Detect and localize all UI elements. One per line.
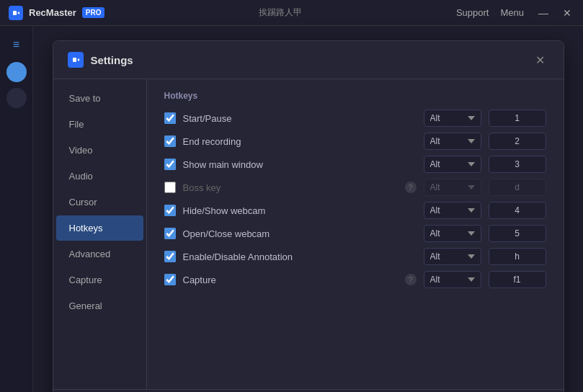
modal-nav: Save to File Video Audio Cursor Hotkeys … <box>53 79 147 389</box>
boss-key-help-icon[interactable]: ? <box>405 182 417 193</box>
show-main-key[interactable] <box>489 156 546 173</box>
sidebar-menu-icon[interactable]: ≡ <box>4 32 30 58</box>
end-recording-checkbox[interactable] <box>164 135 176 147</box>
boss-key-key[interactable] <box>489 179 546 196</box>
modal-footer: Cancel OK <box>53 389 564 392</box>
minimize-button[interactable]: — <box>535 6 551 20</box>
show-main-label: Show main window <box>183 159 417 170</box>
modal-icon <box>68 52 84 68</box>
hide-webcam-checkbox[interactable] <box>164 205 176 216</box>
open-webcam-label: Open/Close webcam <box>183 228 417 239</box>
hide-webcam-label: Hide/Show webcam <box>183 205 417 216</box>
end-recording-key[interactable] <box>489 133 546 150</box>
open-webcam-modifier[interactable]: AltCtrlShift <box>424 225 481 242</box>
show-main-modifier[interactable]: AltCtrlShift <box>424 156 481 173</box>
hotkey-row-annotation: Enable/Disable Annotation AltCtrlShift <box>164 248 546 265</box>
title-bar-right: Support Menu — ✕ <box>456 6 574 20</box>
support-link[interactable]: Support <box>456 7 489 18</box>
start-pause-modifier[interactable]: AltCtrlShift <box>424 110 481 127</box>
pro-badge: PRO <box>82 7 105 18</box>
modal-overlay: Settings ✕ Save to File Video Audio Curs… <box>33 26 583 392</box>
close-button[interactable]: ✕ <box>560 6 574 20</box>
menu-link[interactable]: Menu <box>500 7 524 18</box>
capture-key[interactable] <box>489 271 546 288</box>
boss-key-modifier[interactable]: AltCtrlShift <box>424 179 481 196</box>
hotkey-row-end-recording: End recording AltCtrlShift <box>164 133 546 150</box>
open-webcam-key[interactable] <box>489 225 546 242</box>
nav-item-audio[interactable]: Audio <box>56 164 143 189</box>
svg-rect-4 <box>73 58 76 62</box>
watermark: 挨踢路人甲 <box>104 6 455 19</box>
window-controls: — ✕ <box>535 6 574 20</box>
nav-item-cursor[interactable]: Cursor <box>56 190 143 215</box>
nav-item-capture[interactable]: Capture <box>56 267 143 293</box>
start-pause-key[interactable] <box>489 110 546 127</box>
annotation-key[interactable] <box>489 248 546 265</box>
section-title: Hotkeys <box>164 91 546 101</box>
nav-item-hotkeys[interactable]: Hotkeys <box>56 215 143 241</box>
hotkey-row-open-webcam: Open/Close webcam AltCtrlShift <box>164 225 546 242</box>
sidebar-circle-1[interactable] <box>6 62 27 82</box>
app-logo <box>9 6 23 20</box>
modal-title: Settings <box>91 54 532 66</box>
app-name: RecMaster <box>29 7 76 18</box>
nav-item-file[interactable]: File <box>56 112 143 137</box>
modal-close-button[interactable]: ✕ <box>532 51 549 68</box>
settings-modal: Settings ✕ Save to File Video Audio Curs… <box>53 40 564 392</box>
end-recording-label: End recording <box>183 136 417 147</box>
hotkey-row-boss-key: Boss key ? AltCtrlShift <box>164 179 546 196</box>
capture-help-icon[interactable]: ? <box>405 274 417 285</box>
capture-checkbox[interactable] <box>164 274 176 285</box>
show-main-checkbox[interactable] <box>164 159 176 170</box>
main-container: ≡ Settings ✕ <box>0 26 583 392</box>
sidebar-circle-2[interactable] <box>6 88 27 108</box>
annotation-checkbox[interactable] <box>164 251 176 262</box>
title-bar-left: RecMaster PRO <box>9 6 104 20</box>
hotkey-row-capture: Capture ? AltCtrlShift <box>164 271 546 288</box>
modal-body: Save to File Video Audio Cursor Hotkeys … <box>53 79 564 389</box>
end-recording-modifier[interactable]: AltCtrlShift <box>424 133 481 150</box>
annotation-label: Enable/Disable Annotation <box>183 251 417 262</box>
nav-item-advanced[interactable]: Advanced <box>56 241 143 267</box>
modal-header: Settings ✕ <box>53 41 564 79</box>
annotation-modifier[interactable]: AltCtrlShift <box>424 248 481 265</box>
boss-key-checkbox[interactable] <box>164 182 176 193</box>
nav-item-save-to[interactable]: Save to <box>56 86 143 111</box>
nav-item-general[interactable]: General <box>56 293 143 318</box>
modal-content: Hotkeys Start/Pause AltCtrlShift End rec… <box>147 79 564 389</box>
start-pause-label: Start/Pause <box>183 113 417 124</box>
open-webcam-checkbox[interactable] <box>164 228 176 239</box>
hide-webcam-key[interactable] <box>489 202 546 219</box>
start-pause-checkbox[interactable] <box>164 112 176 124</box>
hotkey-row-show-main: Show main window AltCtrlShift <box>164 156 546 173</box>
title-bar: RecMaster PRO 挨踢路人甲 Support Menu — ✕ <box>0 0 583 26</box>
nav-item-video[interactable]: Video <box>56 138 143 163</box>
hide-webcam-modifier[interactable]: AltCtrlShift <box>424 202 481 219</box>
svg-rect-1 <box>13 11 17 15</box>
hotkey-row-hide-webcam: Hide/Show webcam AltCtrlShift <box>164 202 546 219</box>
capture-label: Capture <box>183 275 402 285</box>
boss-key-label: Boss key <box>183 182 402 193</box>
capture-modifier[interactable]: AltCtrlShift <box>424 271 481 288</box>
hotkey-row-start-pause: Start/Pause AltCtrlShift <box>164 110 546 127</box>
sidebar: ≡ <box>0 26 33 392</box>
